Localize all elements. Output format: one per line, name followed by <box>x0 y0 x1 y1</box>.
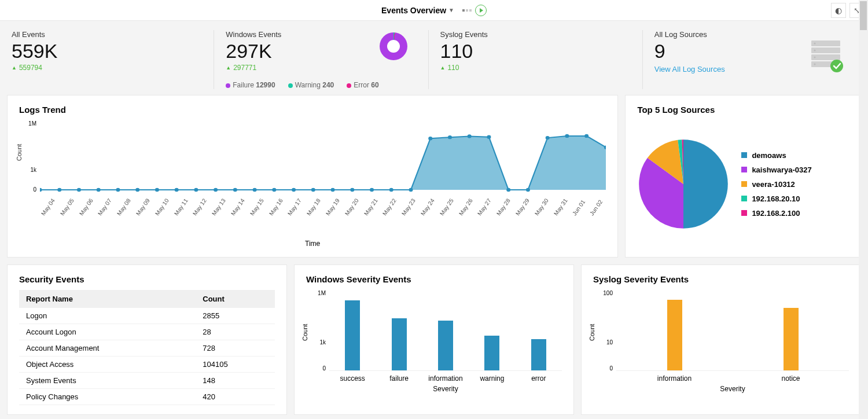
server-rack-icon <box>809 38 845 74</box>
svg-point-35 <box>546 136 550 139</box>
top5-legend: demoawskaishwarya-0327veera-10312192.168… <box>741 151 811 218</box>
kpi-label: Syslog Events <box>440 30 631 39</box>
legend-item: Error 60 <box>347 81 378 89</box>
card-title: Syslog Severity Events <box>593 274 849 284</box>
column-header[interactable]: Count <box>196 290 275 308</box>
kpi-value: 559K <box>12 40 202 63</box>
legend-item[interactable]: kaishwarya-0327 <box>741 166 811 174</box>
svg-point-25 <box>350 188 354 192</box>
table-row[interactable]: Object Access104105 <box>19 356 275 373</box>
kpi-delta: 297771 <box>226 64 416 72</box>
table-row[interactable]: Policy Changes420 <box>19 389 275 405</box>
card-title: Security Events <box>19 274 275 284</box>
syslog-severity-chart[interactable]: 100 10 0 Count informationnotice Severit… <box>593 290 849 388</box>
svg-point-14 <box>135 188 139 192</box>
svg-point-37 <box>584 134 589 138</box>
bar[interactable] <box>392 318 407 370</box>
svg-point-16 <box>175 188 179 192</box>
legend-item[interactable]: 192.168.2.100 <box>741 209 811 218</box>
windows-severity-chart[interactable]: 1M 1k 0 Count successfailureinformationw… <box>306 290 562 388</box>
legend-item[interactable]: veera-10312 <box>741 180 811 189</box>
kpi-value: 110 <box>440 40 631 63</box>
kpi-all-events: All Events 559K 559794 <box>12 30 214 89</box>
svg-point-5 <box>814 50 816 52</box>
svg-point-9 <box>40 188 42 192</box>
svg-point-4 <box>814 43 816 45</box>
bar[interactable] <box>484 336 499 370</box>
kpi-label: All Events <box>12 30 202 39</box>
vertical-scrollbar[interactable] <box>859 0 868 419</box>
play-refresh-button[interactable] <box>475 5 487 16</box>
svg-point-31 <box>468 134 472 138</box>
table-row[interactable]: Logon2855 <box>19 308 275 324</box>
bar[interactable] <box>667 300 682 370</box>
windows-severity-card: Windows Severity Events 1M 1k 0 Count su… <box>294 264 574 415</box>
bar[interactable] <box>438 321 453 370</box>
windows-legend: Failure 12990Warning 240Error 60 <box>226 81 416 89</box>
top5-sources-card: Top 5 Log Sources demoawskaishwarya-0327… <box>625 95 861 258</box>
svg-point-32 <box>487 135 491 139</box>
scrollbar-thumb[interactable] <box>860 1 867 30</box>
page-title-dropdown[interactable]: Events Overview ▼ <box>381 6 454 15</box>
svg-point-33 <box>506 188 510 192</box>
syslog-severity-card: Syslog Severity Events 100 10 0 Count in… <box>581 264 861 415</box>
progress-dots-icon <box>462 9 472 12</box>
column-header[interactable]: Report Name <box>19 290 196 308</box>
svg-point-22 <box>292 188 296 192</box>
table-row[interactable]: Account Logon28 <box>19 324 275 340</box>
y-axis-label: Count <box>589 324 595 340</box>
svg-point-21 <box>272 188 276 192</box>
svg-point-36 <box>565 134 569 138</box>
card-title: Logs Trend <box>19 105 606 115</box>
chevron-down-icon: ▼ <box>448 7 454 13</box>
security-events-card: Security Events Report Name Count Logon2… <box>7 264 287 415</box>
svg-point-11 <box>77 188 81 192</box>
svg-point-28 <box>409 188 413 192</box>
svg-point-8 <box>830 60 843 72</box>
refresh-controls <box>462 5 487 16</box>
bar[interactable] <box>531 339 546 370</box>
kpi-syslog-events: Syslog Events 110 110 <box>429 30 643 89</box>
svg-point-13 <box>116 188 120 192</box>
logs-trend-xaxis: May 04May 05May 06May 07May 08May 09May … <box>19 213 606 228</box>
svg-point-7 <box>814 64 816 65</box>
svg-point-27 <box>389 188 393 192</box>
theme-toggle-icon[interactable]: ◐ <box>831 3 846 18</box>
kpi-log-sources: All Log Sources 9 View All Log Sources <box>643 30 856 89</box>
svg-point-6 <box>814 57 816 58</box>
view-log-sources-link[interactable]: View All Log Sources <box>654 65 725 73</box>
card-title: Windows Severity Events <box>306 274 562 284</box>
windows-donut-chart <box>380 32 407 60</box>
top5-pie-chart[interactable] <box>637 138 730 230</box>
kpi-label: All Log Sources <box>654 30 845 39</box>
svg-point-29 <box>428 137 432 140</box>
x-axis-label: Severity <box>329 385 562 393</box>
topbar: Events Overview ▼ ◐ ⤡ <box>0 0 868 21</box>
bar[interactable] <box>784 308 799 370</box>
svg-point-30 <box>448 135 452 139</box>
svg-point-26 <box>370 188 374 192</box>
svg-point-20 <box>253 188 257 192</box>
legend-item[interactable]: demoaws <box>741 151 811 160</box>
bar[interactable] <box>345 300 360 370</box>
kpi-delta: 559794 <box>12 64 202 72</box>
y-axis-label: Count <box>16 144 23 161</box>
svg-point-24 <box>331 188 335 192</box>
svg-point-23 <box>311 188 315 192</box>
page-title: Events Overview <box>381 6 446 15</box>
svg-point-12 <box>97 188 101 192</box>
kpi-row: All Events 559K 559794 Windows Events 29… <box>0 21 868 95</box>
svg-point-15 <box>155 188 159 192</box>
table-row[interactable]: Account Management728 <box>19 340 275 356</box>
svg-point-10 <box>57 188 61 192</box>
y-axis-label: Count <box>301 324 308 340</box>
svg-point-19 <box>233 188 237 192</box>
security-events-table: Report Name Count Logon2855Account Logon… <box>19 290 275 405</box>
x-axis-label: Severity <box>616 385 849 393</box>
legend-item: Warning 240 <box>288 81 334 89</box>
legend-item[interactable]: 192.168.20.10 <box>741 194 811 203</box>
x-axis-label: Time <box>19 240 606 248</box>
kpi-windows-events: Windows Events 297K 297771 Failure 12990… <box>214 30 428 89</box>
kpi-delta: 110 <box>440 64 631 72</box>
table-row[interactable]: System Events148 <box>19 373 275 389</box>
